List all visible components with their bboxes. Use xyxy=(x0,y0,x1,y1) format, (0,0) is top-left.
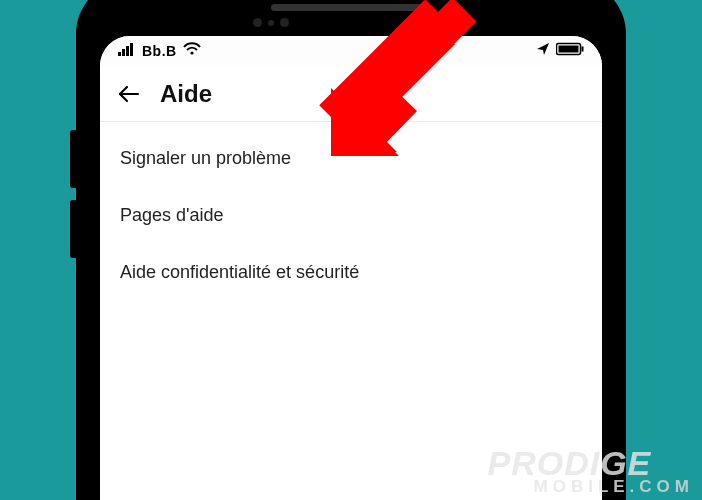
watermark-line2b: .COM xyxy=(630,477,694,496)
wifi-icon xyxy=(183,42,201,60)
app-bar: Aide xyxy=(100,66,602,122)
phone-screen: Bb.B Aide xyxy=(100,36,602,500)
watermark-line2a: MOBILE xyxy=(534,477,630,496)
signal-icon xyxy=(118,42,136,60)
svg-rect-6 xyxy=(559,46,579,53)
phone-speaker xyxy=(271,4,431,11)
location-icon xyxy=(536,42,550,60)
carrier-label: Bb.B xyxy=(142,43,177,59)
menu-item-label: Signaler un problème xyxy=(120,148,291,168)
svg-point-4 xyxy=(190,51,193,54)
volume-down-hardware xyxy=(70,200,76,258)
svg-rect-3 xyxy=(130,43,133,56)
page-title: Aide xyxy=(160,80,212,108)
phone-frame: Bb.B Aide xyxy=(76,0,626,500)
status-bar: Bb.B xyxy=(100,36,602,66)
menu-item-help-pages[interactable]: Pages d'aide xyxy=(100,187,602,244)
menu-item-report-problem[interactable]: Signaler un problème xyxy=(100,130,602,187)
phone-sensors xyxy=(253,18,289,27)
watermark-line1: PRODIGE xyxy=(488,448,695,479)
menu-item-privacy-security[interactable]: Aide confidentialité et sécurité xyxy=(100,244,602,301)
menu-item-label: Pages d'aide xyxy=(120,205,224,225)
back-button[interactable] xyxy=(116,81,142,107)
svg-rect-1 xyxy=(122,49,125,56)
menu-item-label: Aide confidentialité et sécurité xyxy=(120,262,359,282)
volume-up-hardware xyxy=(70,130,76,188)
svg-rect-2 xyxy=(126,46,129,56)
battery-icon xyxy=(556,42,584,60)
svg-rect-0 xyxy=(118,52,121,56)
svg-rect-7 xyxy=(582,47,584,52)
watermark: PRODIGE MOBILE.COM xyxy=(488,448,695,494)
